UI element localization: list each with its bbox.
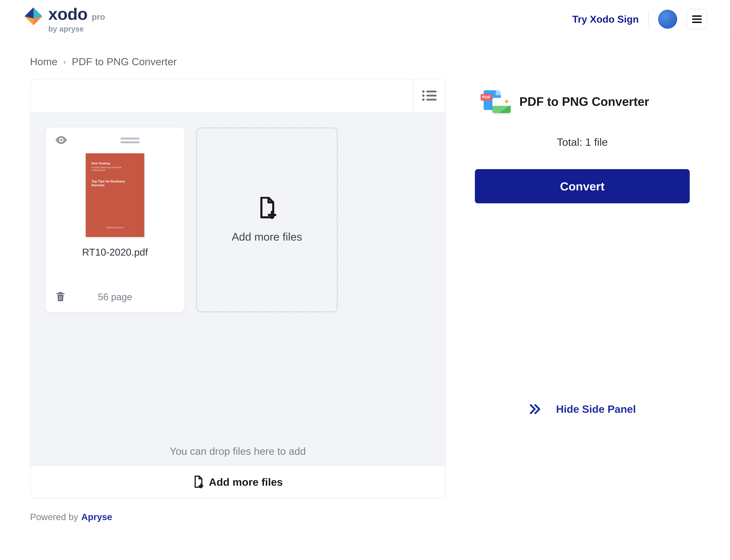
file-thumbnail: Risk Thinking the tenth global study in …: [86, 153, 144, 237]
chevron-right-icon: ›: [63, 56, 66, 67]
xodo-logo-icon: [23, 6, 44, 27]
thumb-sub: the tenth global study in the Risk Think…: [91, 166, 122, 172]
breadcrumb-home[interactable]: Home: [30, 56, 57, 67]
file-name: RT10-2020.pdf: [46, 246, 184, 258]
brand-block[interactable]: xodo pro by apryse: [23, 6, 105, 33]
delete-file-button[interactable]: [54, 291, 67, 303]
total-files-label: Total: 1 file: [465, 136, 700, 148]
svg-rect-0: [692, 15, 702, 17]
list-icon: [422, 90, 437, 102]
eye-icon: [54, 133, 68, 147]
hide-side-panel-label: Hide Side Panel: [556, 403, 636, 415]
svg-rect-4: [427, 91, 437, 93]
thumb-title: Top Tips for Business Success: [91, 180, 139, 187]
add-more-tile[interactable]: Add more files: [196, 128, 337, 312]
converter-heading: PDF PDF to PNG Converter: [484, 90, 700, 113]
powered-by: Powered by Apryse: [30, 512, 730, 522]
list-view-toggle[interactable]: [413, 79, 445, 112]
brand-subtitle: by apryse: [48, 25, 105, 33]
app-header: xodo pro by apryse Try Xodo Sign: [0, 0, 730, 39]
hide-side-panel-button[interactable]: Hide Side Panel: [465, 403, 700, 415]
breadcrumb-current: PDF to PNG Converter: [72, 56, 177, 67]
thumb-footer: Business Success: [91, 226, 139, 229]
brand-name: xodo: [48, 6, 87, 22]
add-more-bar-label: Add more files: [209, 476, 283, 488]
svg-rect-1: [692, 18, 702, 20]
file-card[interactable]: Risk Thinking the tenth global study in …: [46, 128, 184, 312]
svg-point-9: [60, 139, 62, 141]
page-count: 56 page: [67, 291, 163, 303]
svg-point-3: [422, 90, 425, 93]
file-add-icon: [193, 475, 204, 488]
pdf-badge: PDF: [481, 94, 492, 101]
converter-title: PDF to PNG Converter: [519, 95, 649, 109]
powered-by-label: Powered by: [30, 512, 78, 522]
drag-handle-icon[interactable]: [120, 138, 139, 143]
add-more-tile-label: Add more files: [232, 230, 302, 243]
powered-by-vendor[interactable]: Apryse: [81, 512, 112, 522]
file-add-icon: [257, 197, 276, 219]
brand-tier: pro: [92, 13, 105, 21]
stage-toolbar: [30, 79, 445, 112]
svg-point-7: [422, 98, 425, 101]
file-stage: Risk Thinking the tenth global study in …: [30, 79, 446, 498]
svg-rect-6: [427, 95, 437, 97]
header-divider: [648, 12, 649, 27]
chevron-double-right-icon: [529, 403, 541, 415]
try-xodo-sign-link[interactable]: Try Xodo Sign: [572, 13, 639, 25]
user-avatar[interactable]: [658, 10, 677, 29]
drop-hint: You can drop files here to add: [30, 445, 445, 457]
hamburger-icon: [691, 13, 703, 25]
trash-icon: [54, 291, 67, 303]
svg-rect-2: [692, 22, 702, 23]
main-menu-button[interactable]: [687, 9, 707, 29]
preview-button[interactable]: [54, 133, 68, 148]
side-panel: PDF PDF to PNG Converter Total: 1 file C…: [465, 79, 700, 498]
svg-rect-8: [427, 99, 437, 101]
pdf-to-image-icon: PDF: [484, 90, 510, 113]
svg-point-5: [422, 94, 425, 97]
breadcrumb: Home › PDF to PNG Converter: [30, 56, 730, 67]
add-more-bar[interactable]: Add more files: [30, 465, 445, 498]
thumb-tag: Risk Thinking: [91, 162, 139, 165]
convert-button[interactable]: Convert: [475, 169, 690, 203]
